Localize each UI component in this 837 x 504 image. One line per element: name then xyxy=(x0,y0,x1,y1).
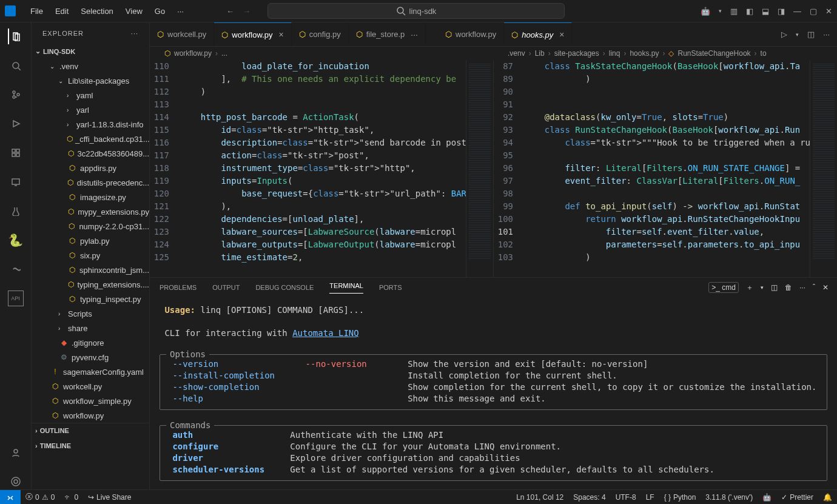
sb-eol[interactable]: LF xyxy=(641,493,659,502)
panel-tab-ports[interactable]: PORTS xyxy=(379,284,402,291)
tree-file[interactable]: ⬡sphinxcontrib_jsm... xyxy=(32,263,149,277)
minimap[interactable] xyxy=(466,60,493,277)
tree-folder[interactable]: ›yaml xyxy=(32,88,149,102)
panel-tab-terminal[interactable]: TERMINAL xyxy=(329,282,363,294)
search-icon[interactable] xyxy=(8,58,24,73)
tree-file[interactable]: ⬡mypy_extensions.py xyxy=(32,204,149,219)
tab-close-icon[interactable]: × xyxy=(279,30,284,39)
tree-folder[interactable]: ›Scripts xyxy=(32,306,149,321)
accounts-icon[interactable] xyxy=(8,445,24,460)
tree-file[interactable]: ⬡typing_inspect.py xyxy=(32,292,149,306)
tree-file[interactable]: ⬡workflow.py xyxy=(32,408,149,423)
breadcrumb-item[interactable]: workflow.py xyxy=(174,49,212,58)
breadcrumb-item[interactable]: Lib xyxy=(535,49,545,58)
breadcrumb-item[interactable]: site-packages xyxy=(554,49,599,58)
tree-folder[interactable]: ⌄.venv xyxy=(32,59,149,73)
menu-view[interactable]: View xyxy=(119,7,149,16)
timeline-section[interactable]: ›TIMELINE xyxy=(32,438,149,453)
terminal-profile[interactable]: >_ cmd xyxy=(708,282,739,293)
menu-file[interactable]: File xyxy=(24,7,49,16)
editor-pane-right[interactable]: 878990919293949596979899100101102103 cla… xyxy=(494,60,837,277)
sb-lncol[interactable]: Ln 101, Col 12 xyxy=(511,493,568,502)
tab-workflow-py[interactable]: ⬡workflow.py xyxy=(438,22,504,46)
tree-file[interactable]: !sagemakerConfig.yaml xyxy=(32,365,149,379)
sb-spaces[interactable]: Spaces: 4 xyxy=(568,493,610,502)
tree-file[interactable]: ⬡appdirs.py xyxy=(32,161,149,175)
testing-icon[interactable] xyxy=(8,203,24,219)
menu-selection[interactable]: Selection xyxy=(75,7,119,16)
sb-liveshare[interactable]: ↪Live Share xyxy=(83,493,136,502)
window-maximize-icon[interactable]: ▢ xyxy=(810,7,817,16)
project-root[interactable]: ⌄LINQ-SDK xyxy=(32,44,149,59)
tree-file[interactable]: ⬡typing_extensions.... xyxy=(32,277,149,292)
layout-panel-icon[interactable]: ⬓ xyxy=(762,7,769,16)
window-minimize-icon[interactable]: ― xyxy=(793,7,801,16)
layout-sidebar-right-icon[interactable]: ◨ xyxy=(778,7,785,16)
terminal-more-icon[interactable]: ··· xyxy=(799,283,805,292)
tree-file[interactable]: ⬡_cffi_backend.cp31... xyxy=(32,132,149,146)
sb-errors[interactable]: ⓧ0⚠0 xyxy=(21,492,59,502)
command-center[interactable]: linq-sdk xyxy=(267,3,565,19)
api-icon[interactable]: API xyxy=(8,291,24,306)
panel-tab-output[interactable]: OUTPUT xyxy=(212,284,240,291)
sb-bell[interactable]: 🔔 xyxy=(818,493,837,502)
tree-folder[interactable]: ›yarl-1.18.3.dist-info xyxy=(32,117,149,132)
menu-edit[interactable]: Edit xyxy=(49,7,75,16)
editor-more-icon[interactable]: ··· xyxy=(823,30,830,39)
tree-file[interactable]: ⬡workcell.py xyxy=(32,379,149,394)
tree-file[interactable]: ⬡distutils-precedenc... xyxy=(32,175,149,190)
explorer-more-icon[interactable]: ··· xyxy=(131,30,138,37)
breadcrumb-item[interactable]: ... xyxy=(221,49,227,58)
breadcrumbs[interactable]: ⬡ workflow.py›....venv›Lib›site-packages… xyxy=(150,47,837,60)
tree-folder[interactable]: ›yarl xyxy=(32,102,149,117)
layout-sidebar-left-icon[interactable]: ◧ xyxy=(746,7,753,16)
terminal[interactable]: Usage: linq [OPTIONS] COMMAND [ARGS]... … xyxy=(150,297,837,489)
nav-back-icon[interactable]: ← xyxy=(226,7,234,16)
settings-icon[interactable] xyxy=(8,474,24,489)
minimap[interactable] xyxy=(810,60,837,277)
tree-file[interactable]: ⬡workflow_simple.py xyxy=(32,394,149,408)
tree-file[interactable]: ⬡six.py xyxy=(32,248,149,263)
sb-encoding[interactable]: UTF-8 xyxy=(611,493,641,502)
tree-file[interactable]: ⚙pyvenv.cfg xyxy=(32,350,149,365)
explorer-icon[interactable] xyxy=(8,29,24,44)
sb-pyver[interactable]: 3.11.8 ('.venv') xyxy=(701,493,758,502)
source-control-icon[interactable] xyxy=(8,87,24,102)
run-debug-icon[interactable] xyxy=(8,116,24,132)
terminal-new-icon[interactable]: ＋ xyxy=(746,283,753,293)
tab-workflow-py[interactable]: ⬡workflow.py× xyxy=(214,22,291,46)
remote-indicator[interactable] xyxy=(0,490,21,504)
nav-forward-icon[interactable]: → xyxy=(243,7,250,16)
tree-file[interactable]: ⬡numpy-2.2.0-cp31... xyxy=(32,219,149,234)
layout-custom-icon[interactable]: ▥ xyxy=(730,7,738,16)
tree-folder[interactable]: ⌄Lib\site-packages xyxy=(32,73,149,88)
copilot-chevron[interactable]: ▾ xyxy=(719,8,722,14)
menu-more[interactable]: ··· xyxy=(171,7,190,16)
extensions-icon[interactable] xyxy=(8,145,24,161)
share-icon[interactable] xyxy=(8,261,24,277)
tab-more-icon[interactable]: ··· xyxy=(411,30,418,39)
terminal-dropdown-icon[interactable]: ▾ xyxy=(761,284,764,291)
sb-lang[interactable]: { }Python xyxy=(659,493,701,502)
sb-prettier[interactable]: ✓Prettier xyxy=(776,493,818,502)
panel-maximize-icon[interactable]: ˆ xyxy=(813,283,815,292)
tab-close-icon[interactable]: × xyxy=(559,30,564,39)
tab-hooks-py[interactable]: ⬡hooks.py× xyxy=(504,22,572,46)
tab-file_store-p[interactable]: ⬡file_store.p··· xyxy=(349,22,426,46)
terminal-split-icon[interactable]: ◫ xyxy=(771,283,778,292)
outline-section[interactable]: ›OUTLINE xyxy=(32,423,149,438)
copilot-icon[interactable]: 🤖 xyxy=(701,7,710,16)
terminal-kill-icon[interactable]: 🗑 xyxy=(785,283,792,292)
run-icon[interactable]: ▷ xyxy=(781,30,787,39)
tree-file[interactable]: ⬡3c22db458360489... xyxy=(32,146,149,161)
breadcrumb-item[interactable]: RunStateChangeHook xyxy=(677,49,750,58)
panel-close-icon[interactable]: ✕ xyxy=(822,283,829,292)
tab-workcell-py[interactable]: ⬡workcell.py xyxy=(150,22,214,46)
remote-explorer-icon[interactable] xyxy=(8,174,24,190)
breadcrumb-item[interactable]: to xyxy=(761,49,767,58)
window-close-icon[interactable]: ✕ xyxy=(825,7,832,16)
split-editor-icon[interactable]: ◫ xyxy=(807,30,815,39)
breadcrumb-item[interactable]: .venv xyxy=(508,49,525,58)
panel-tab-debug-console[interactable]: DEBUG CONSOLE xyxy=(255,284,314,291)
tree-file[interactable]: ⬡imagesize.py xyxy=(32,190,149,204)
